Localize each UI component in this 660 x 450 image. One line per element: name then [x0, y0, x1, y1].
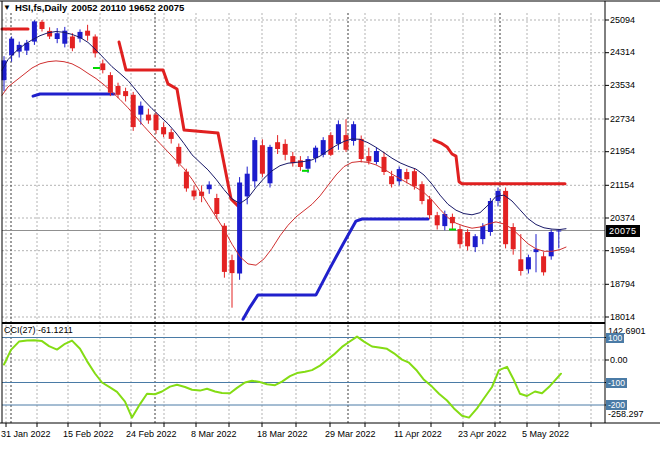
date-axis-label: 31 Jan 2022	[1, 429, 51, 440]
price-axis-label: 24314	[610, 47, 635, 58]
symbol-timeframe-label: HSI,fs,Daily	[15, 2, 67, 13]
cci-level-badge: 100	[606, 333, 624, 343]
price-axis-label: 21154	[610, 180, 634, 191]
chart-title-row: ▼ HSI,fs,Daily 20052 20110 19652 20075	[3, 2, 184, 13]
cci-indicator-label: CCI(27) -61.1211	[4, 325, 73, 335]
cci-min-label: -258.297	[608, 409, 644, 420]
date-axis-label: 29 Mar 2022	[325, 429, 376, 440]
date-axis-label: 23 Apr 2022	[458, 429, 507, 440]
current-price-badge: 20075	[606, 225, 640, 237]
chart-menu-arrow-icon[interactable]: ▼	[3, 3, 11, 13]
price-axis-label: 18794	[610, 279, 635, 290]
price-axis-label: 20374	[610, 213, 635, 224]
price-axis-label: 22734	[610, 114, 635, 125]
price-axis-label: 18014	[610, 312, 635, 323]
cci-level-badge: -200	[606, 400, 627, 410]
date-axis-label: 24 Feb 2022	[126, 429, 177, 440]
date-axis-label: 5 May 2022	[522, 429, 569, 440]
price-axis-label: 23534	[610, 80, 635, 91]
date-axis-label: 8 Mar 2022	[191, 429, 237, 440]
cci-level-badge: -100	[606, 378, 627, 388]
mt4-chart-window: ▼ HSI,fs,Daily 20052 20110 19652 20075 C…	[0, 0, 660, 450]
price-chart-canvas[interactable]	[0, 0, 660, 450]
date-axis-label: 11 Apr 2022	[394, 429, 442, 440]
date-axis-label: 15 Feb 2022	[63, 429, 114, 440]
cci-zero-label: 0.00	[610, 355, 628, 366]
price-axis-label: 21954	[610, 146, 635, 157]
price-axis-label: 25094	[610, 15, 635, 26]
price-axis-label: 19594	[610, 245, 635, 256]
date-axis-label: 18 Mar 2022	[257, 429, 308, 440]
ohlc-readout: 20052 20110 19652 20075	[71, 2, 184, 13]
